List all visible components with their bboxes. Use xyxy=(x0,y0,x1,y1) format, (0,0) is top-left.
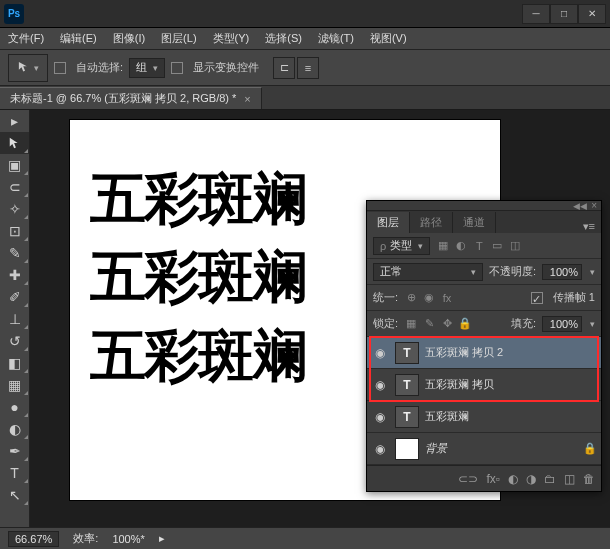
dodge-tool[interactable]: ◐ xyxy=(0,418,29,440)
menu-type[interactable]: 类型(Y) xyxy=(205,31,258,46)
path-tool[interactable]: ↖ xyxy=(0,484,29,506)
lock-pixels-icon[interactable]: ✎ xyxy=(422,317,436,331)
layer-name[interactable]: 背景 xyxy=(425,441,447,456)
link-layers-icon[interactable]: ⊂⊃ xyxy=(458,472,478,486)
close-tab-icon[interactable]: × xyxy=(244,93,250,105)
chevron-down-icon: ▾ xyxy=(34,63,39,73)
chevron-down-icon[interactable]: ▾ xyxy=(590,319,595,329)
panel-collapse-icon[interactable]: ◀◀ xyxy=(573,201,587,211)
filter-row: ρ 类型 ▾ ▦ ◐ T ▭ ◫ xyxy=(367,233,601,259)
lock-transparency-icon[interactable]: ▦ xyxy=(404,317,418,331)
menu-layer[interactable]: 图层(L) xyxy=(153,31,204,46)
visibility-icon[interactable]: ◉ xyxy=(371,346,389,360)
layer-item[interactable]: ◉ T 五彩斑斓 xyxy=(367,401,601,433)
crop-tool[interactable]: ⊡ xyxy=(0,220,29,242)
close-button[interactable]: ✕ xyxy=(578,4,606,24)
group-icon[interactable]: 🗀 xyxy=(544,472,556,486)
layer-mask-icon[interactable]: ◐ xyxy=(508,472,518,486)
panel-drag-handle[interactable]: ◀◀ × xyxy=(367,201,601,211)
layer-name[interactable]: 五彩斑斓 拷贝 2 xyxy=(425,345,503,360)
blend-mode-dropdown[interactable]: 正常 ▾ xyxy=(373,263,483,281)
menu-image[interactable]: 图像(I) xyxy=(105,31,153,46)
layers-panel: ◀◀ × 图层 路径 通道 ▾≡ ρ 类型 ▾ ▦ ◐ T ▭ ◫ 正常 ▾ 不… xyxy=(366,200,602,492)
efficiency-label: 效率: xyxy=(73,531,98,546)
layer-fx-icon[interactable]: fx▫ xyxy=(486,472,500,486)
filter-type-dropdown[interactable]: ρ 类型 ▾ xyxy=(373,237,430,255)
unify-position-icon[interactable]: ⊕ xyxy=(404,291,418,305)
lock-all-icon[interactable]: 🔒 xyxy=(458,317,472,331)
layer-list: ◉ T 五彩斑斓 拷贝 2 ◉ T 五彩斑斓 拷贝 ◉ T 五彩斑斓 ◉ 背景 … xyxy=(367,337,601,465)
auto-select-dropdown[interactable]: 组 ▾ xyxy=(129,58,165,78)
propagate-label: 传播帧 1 xyxy=(553,290,595,305)
lock-label: 锁定: xyxy=(373,316,398,331)
menu-filter[interactable]: 滤镜(T) xyxy=(310,31,362,46)
adjustment-layer-icon[interactable]: ◑ xyxy=(526,472,536,486)
statusbar: 66.67% 效率: 100%* ▸ xyxy=(0,527,610,549)
unify-style-icon[interactable]: fx xyxy=(440,291,454,305)
eyedropper-tool[interactable]: ✎ xyxy=(0,242,29,264)
move-tool[interactable] xyxy=(0,132,29,154)
show-transform-checkbox[interactable] xyxy=(171,62,183,74)
panel-tabs: 图层 路径 通道 ▾≡ xyxy=(367,211,601,233)
tab-channels[interactable]: 通道 xyxy=(453,212,496,233)
magic-wand-tool[interactable]: ✧ xyxy=(0,198,29,220)
tool-preset-picker[interactable]: ▾ xyxy=(8,54,48,82)
panel-menu-icon[interactable]: ▾≡ xyxy=(577,220,601,233)
pen-tool[interactable]: ✒ xyxy=(0,440,29,462)
status-chevron-icon[interactable]: ▸ xyxy=(159,532,165,545)
type-tool[interactable]: T xyxy=(0,462,29,484)
lock-icon: 🔒 xyxy=(583,442,597,455)
tab-layers[interactable]: 图层 xyxy=(367,212,410,233)
zoom-field[interactable]: 66.67% xyxy=(8,531,59,547)
new-layer-icon[interactable]: ◫ xyxy=(564,472,575,486)
layer-item[interactable]: ◉ T 五彩斑斓 拷贝 xyxy=(367,369,601,401)
propagate-checkbox[interactable]: ✓ xyxy=(531,292,543,304)
menu-file[interactable]: 文件(F) xyxy=(0,31,52,46)
filter-type-icon[interactable]: T xyxy=(472,239,486,253)
stamp-tool[interactable]: ⊥ xyxy=(0,308,29,330)
menu-select[interactable]: 选择(S) xyxy=(257,31,310,46)
layer-name[interactable]: 五彩斑斓 拷贝 xyxy=(425,377,494,392)
layer-item[interactable]: ◉ T 五彩斑斓 拷贝 2 xyxy=(367,337,601,369)
options-bar: ▾ 自动选择: 组 ▾ 显示变换控件 ⊏ ≡ xyxy=(0,50,610,86)
history-brush-tool[interactable]: ↺ xyxy=(0,330,29,352)
tool-toggle[interactable]: ▸ xyxy=(0,110,29,132)
layer-thumb-text: T xyxy=(395,374,419,396)
healing-tool[interactable]: ✚ xyxy=(0,264,29,286)
layer-name[interactable]: 五彩斑斓 xyxy=(425,409,469,424)
delete-layer-icon[interactable]: 🗑 xyxy=(583,472,595,486)
eraser-tool[interactable]: ◧ xyxy=(0,352,29,374)
unify-visibility-icon[interactable]: ◉ xyxy=(422,291,436,305)
align-button-2[interactable]: ≡ xyxy=(297,57,319,79)
align-button-1[interactable]: ⊏ xyxy=(273,57,295,79)
document-tab[interactable]: 未标题-1 @ 66.7% (五彩斑斓 拷贝 2, RGB/8) * × xyxy=(0,87,262,109)
auto-select-checkbox[interactable] xyxy=(54,62,66,74)
filter-adjust-icon[interactable]: ◐ xyxy=(454,239,468,253)
filter-smart-icon[interactable]: ◫ xyxy=(508,239,522,253)
fill-input[interactable] xyxy=(542,316,582,332)
tab-paths[interactable]: 路径 xyxy=(410,212,453,233)
marquee-tool[interactable]: ▣ xyxy=(0,154,29,176)
toolbar: ▸ ▣ ⊂ ✧ ⊡ ✎ ✚ ✐ ⊥ ↺ ◧ ▦ ● ◐ ✒ T ↖ xyxy=(0,110,30,527)
layer-item[interactable]: ◉ 背景 🔒 xyxy=(367,433,601,465)
gradient-tool[interactable]: ▦ xyxy=(0,374,29,396)
opacity-input[interactable] xyxy=(542,264,582,280)
layer-thumb-bg xyxy=(395,438,419,460)
minimize-button[interactable]: ─ xyxy=(522,4,550,24)
filter-pixel-icon[interactable]: ▦ xyxy=(436,239,450,253)
chevron-down-icon[interactable]: ▾ xyxy=(590,267,595,277)
layer-thumb-text: T xyxy=(395,342,419,364)
maximize-button[interactable]: □ xyxy=(550,4,578,24)
visibility-icon[interactable]: ◉ xyxy=(371,410,389,424)
lock-position-icon[interactable]: ✥ xyxy=(440,317,454,331)
blur-tool[interactable]: ● xyxy=(0,396,29,418)
auto-select-label: 自动选择: xyxy=(76,60,123,75)
panel-close-icon[interactable]: × xyxy=(591,200,597,211)
visibility-icon[interactable]: ◉ xyxy=(371,442,389,456)
brush-tool[interactable]: ✐ xyxy=(0,286,29,308)
filter-shape-icon[interactable]: ▭ xyxy=(490,239,504,253)
lasso-tool[interactable]: ⊂ xyxy=(0,176,29,198)
visibility-icon[interactable]: ◉ xyxy=(371,378,389,392)
menu-edit[interactable]: 编辑(E) xyxy=(52,31,105,46)
menu-view[interactable]: 视图(V) xyxy=(362,31,415,46)
